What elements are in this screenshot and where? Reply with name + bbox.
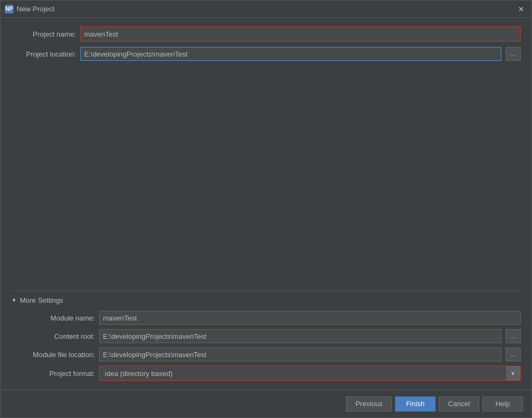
more-settings-label: More Settings <box>20 296 63 304</box>
help-button[interactable]: Help <box>482 396 523 412</box>
project-location-input[interactable] <box>80 47 501 61</box>
module-name-input[interactable] <box>99 311 521 325</box>
previous-button[interactable]: Previous <box>346 396 392 412</box>
module-file-location-input[interactable] <box>99 347 501 361</box>
project-name-label: Project name: <box>11 30 76 38</box>
dialog-content: Project name: Project location: ... ▼ Mo… <box>1 18 531 389</box>
module-name-label: Module name: <box>11 314 95 322</box>
module-file-location-label: Module file location: <box>11 351 95 359</box>
module-file-location-browse-button[interactable]: ... <box>506 347 521 361</box>
dialog-footer: Previous Finish Cancel Help <box>1 389 531 417</box>
dialog-window: NP New Project ✕ Project name: Project l… <box>0 0 532 418</box>
content-root-input[interactable] <box>99 329 501 343</box>
title-bar: NP New Project ✕ <box>1 1 531 18</box>
more-settings-toggle[interactable]: ▼ More Settings <box>11 296 521 304</box>
title-bar-left: NP New Project <box>5 5 54 13</box>
module-file-location-row: Module file location: ... <box>11 347 521 361</box>
project-format-wrapper: .idea (directory based) .ipr (file based… <box>99 366 521 381</box>
expand-icon: ▼ <box>11 297 17 303</box>
project-format-select[interactable]: .idea (directory based) .ipr (file based… <box>100 366 520 380</box>
project-name-input[interactable] <box>81 27 520 41</box>
close-button[interactable]: ✕ <box>515 3 527 15</box>
content-root-browse-button[interactable]: ... <box>506 329 521 343</box>
project-location-row: Project location: ... <box>11 47 521 61</box>
spacer <box>11 66 521 283</box>
project-format-label: Project format: <box>11 370 95 378</box>
project-location-label: Project location: <box>11 50 76 58</box>
project-location-browse-button[interactable]: ... <box>506 47 521 61</box>
window-title: New Project <box>17 5 54 13</box>
finish-button[interactable]: Finish <box>395 396 436 412</box>
project-name-wrapper <box>80 26 521 41</box>
more-settings-section: ▼ More Settings Module name: Content roo… <box>11 290 521 381</box>
app-icon: NP <box>5 5 13 13</box>
content-root-label: Content root: <box>11 332 95 340</box>
content-root-row: Content root: ... <box>11 329 521 343</box>
cancel-button[interactable]: Cancel <box>439 396 479 412</box>
project-name-row: Project name: <box>11 26 521 41</box>
module-name-row: Module name: <box>11 311 521 325</box>
project-format-row: Project format: .idea (directory based) … <box>11 366 521 381</box>
more-settings-grid: Module name: Content root: ... Module fi… <box>11 311 521 381</box>
